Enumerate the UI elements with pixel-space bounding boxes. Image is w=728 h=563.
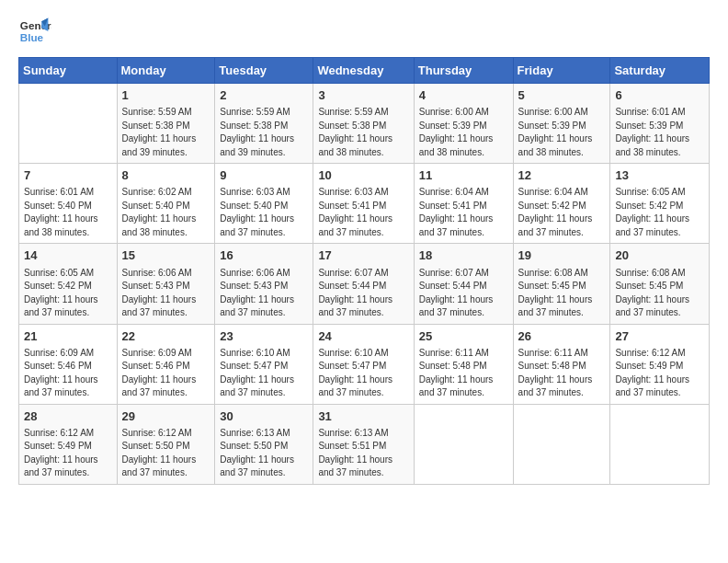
day-number: 9 [220,167,308,184]
day-number: 7 [24,167,112,184]
day-detail: Sunrise: 6:07 AM Sunset: 5:44 PM Dayligh… [419,267,508,320]
day-detail: Sunrise: 6:10 AM Sunset: 5:47 PM Dayligh… [318,347,408,400]
day-detail: Sunrise: 6:12 AM Sunset: 5:49 PM Dayligh… [615,347,704,400]
day-header-tuesday: Tuesday [215,58,313,84]
calendar-cell: 12Sunrise: 6:04 AM Sunset: 5:42 PM Dayli… [513,164,610,244]
day-number: 4 [419,87,508,104]
calendar-cell: 25Sunrise: 6:11 AM Sunset: 5:48 PM Dayli… [414,324,513,404]
day-number: 3 [318,87,408,104]
calendar-cell: 14Sunrise: 6:05 AM Sunset: 5:42 PM Dayli… [19,244,118,324]
day-detail: Sunrise: 6:12 AM Sunset: 5:50 PM Dayligh… [122,427,210,480]
day-number: 25 [419,328,508,345]
day-header-wednesday: Wednesday [313,58,414,84]
day-number: 31 [318,408,408,425]
day-number: 30 [220,408,308,425]
day-detail: Sunrise: 6:05 AM Sunset: 5:42 PM Dayligh… [615,186,704,239]
header: General Blue [18,15,710,48]
day-detail: Sunrise: 5:59 AM Sunset: 5:38 PM Dayligh… [220,106,308,159]
day-header-saturday: Saturday [610,58,710,84]
day-number: 18 [419,247,508,264]
day-number: 29 [122,408,210,425]
day-detail: Sunrise: 6:01 AM Sunset: 5:39 PM Dayligh… [615,106,704,159]
calendar-cell: 15Sunrise: 6:06 AM Sunset: 5:43 PM Dayli… [117,244,215,324]
calendar-cell: 30Sunrise: 6:13 AM Sunset: 5:50 PM Dayli… [215,404,313,484]
calendar-cell: 31Sunrise: 6:13 AM Sunset: 5:51 PM Dayli… [313,404,414,484]
day-number: 20 [615,247,704,264]
calendar-cell: 6Sunrise: 6:01 AM Sunset: 5:39 PM Daylig… [610,84,710,164]
calendar-cell: 28Sunrise: 6:12 AM Sunset: 5:49 PM Dayli… [19,404,118,484]
calendar-week-row: 28Sunrise: 6:12 AM Sunset: 5:49 PM Dayli… [19,404,710,484]
calendar-cell: 7Sunrise: 6:01 AM Sunset: 5:40 PM Daylig… [19,164,118,244]
day-detail: Sunrise: 5:59 AM Sunset: 5:38 PM Dayligh… [122,106,210,159]
day-detail: Sunrise: 6:11 AM Sunset: 5:48 PM Dayligh… [518,347,606,400]
calendar-cell: 22Sunrise: 6:09 AM Sunset: 5:46 PM Dayli… [117,324,215,404]
day-number: 22 [122,328,210,345]
calendar-cell: 29Sunrise: 6:12 AM Sunset: 5:50 PM Dayli… [117,404,215,484]
day-number: 1 [122,87,210,104]
day-number: 24 [318,328,408,345]
day-detail: Sunrise: 6:03 AM Sunset: 5:41 PM Dayligh… [318,186,408,239]
calendar-cell [513,404,610,484]
day-detail: Sunrise: 6:06 AM Sunset: 5:43 PM Dayligh… [122,267,210,320]
calendar-cell: 1Sunrise: 5:59 AM Sunset: 5:38 PM Daylig… [117,84,215,164]
calendar-cell: 3Sunrise: 5:59 AM Sunset: 5:38 PM Daylig… [313,84,414,164]
day-detail: Sunrise: 6:09 AM Sunset: 5:46 PM Dayligh… [24,347,112,400]
day-number: 14 [24,247,112,264]
day-number: 19 [518,247,606,264]
calendar-cell: 16Sunrise: 6:06 AM Sunset: 5:43 PM Dayli… [215,244,313,324]
calendar-cell: 13Sunrise: 6:05 AM Sunset: 5:42 PM Dayli… [610,164,710,244]
day-number: 17 [318,247,408,264]
calendar-cell: 23Sunrise: 6:10 AM Sunset: 5:47 PM Dayli… [215,324,313,404]
day-detail: Sunrise: 6:06 AM Sunset: 5:43 PM Dayligh… [220,267,308,320]
calendar-cell: 2Sunrise: 5:59 AM Sunset: 5:38 PM Daylig… [215,84,313,164]
calendar-cell: 8Sunrise: 6:02 AM Sunset: 5:40 PM Daylig… [117,164,215,244]
day-header-sunday: Sunday [19,58,118,84]
day-detail: Sunrise: 6:08 AM Sunset: 5:45 PM Dayligh… [615,267,704,320]
day-header-friday: Friday [513,58,610,84]
day-detail: Sunrise: 6:00 AM Sunset: 5:39 PM Dayligh… [518,106,606,159]
day-number: 12 [518,167,606,184]
day-number: 6 [615,87,704,104]
day-number: 15 [122,247,210,264]
day-detail: Sunrise: 6:09 AM Sunset: 5:46 PM Dayligh… [122,347,210,400]
calendar-week-row: 14Sunrise: 6:05 AM Sunset: 5:42 PM Dayli… [19,244,710,324]
calendar-table: SundayMondayTuesdayWednesdayThursdayFrid… [18,57,710,485]
day-number: 10 [318,167,408,184]
logo: General Blue [18,15,51,48]
calendar-header-row: SundayMondayTuesdayWednesdayThursdayFrid… [19,58,710,84]
day-number: 21 [24,328,112,345]
day-number: 16 [220,247,308,264]
calendar-cell: 9Sunrise: 6:03 AM Sunset: 5:40 PM Daylig… [215,164,313,244]
day-detail: Sunrise: 6:08 AM Sunset: 5:45 PM Dayligh… [518,267,606,320]
calendar-cell [414,404,513,484]
day-number: 27 [615,328,704,345]
day-detail: Sunrise: 6:00 AM Sunset: 5:39 PM Dayligh… [419,106,508,159]
calendar-cell: 26Sunrise: 6:11 AM Sunset: 5:48 PM Dayli… [513,324,610,404]
day-detail: Sunrise: 6:02 AM Sunset: 5:40 PM Dayligh… [122,186,210,239]
calendar-cell [610,404,710,484]
day-detail: Sunrise: 6:12 AM Sunset: 5:49 PM Dayligh… [24,427,112,480]
calendar-cell: 10Sunrise: 6:03 AM Sunset: 5:41 PM Dayli… [313,164,414,244]
day-header-thursday: Thursday [414,58,513,84]
calendar-cell: 20Sunrise: 6:08 AM Sunset: 5:45 PM Dayli… [610,244,710,324]
day-detail: Sunrise: 6:13 AM Sunset: 5:51 PM Dayligh… [318,427,408,480]
day-number: 28 [24,408,112,425]
day-detail: Sunrise: 6:03 AM Sunset: 5:40 PM Dayligh… [220,186,308,239]
calendar-week-row: 21Sunrise: 6:09 AM Sunset: 5:46 PM Dayli… [19,324,710,404]
calendar-cell: 24Sunrise: 6:10 AM Sunset: 5:47 PM Dayli… [313,324,414,404]
day-number: 13 [615,167,704,184]
day-detail: Sunrise: 5:59 AM Sunset: 5:38 PM Dayligh… [318,106,408,159]
svg-text:Blue: Blue [20,31,44,43]
day-header-monday: Monday [117,58,215,84]
day-detail: Sunrise: 6:11 AM Sunset: 5:48 PM Dayligh… [419,347,508,400]
calendar-cell: 27Sunrise: 6:12 AM Sunset: 5:49 PM Dayli… [610,324,710,404]
calendar-cell: 11Sunrise: 6:04 AM Sunset: 5:41 PM Dayli… [414,164,513,244]
calendar-cell: 5Sunrise: 6:00 AM Sunset: 5:39 PM Daylig… [513,84,610,164]
day-number: 11 [419,167,508,184]
day-detail: Sunrise: 6:13 AM Sunset: 5:50 PM Dayligh… [220,427,308,480]
day-detail: Sunrise: 6:04 AM Sunset: 5:42 PM Dayligh… [518,186,606,239]
calendar-cell: 4Sunrise: 6:00 AM Sunset: 5:39 PM Daylig… [414,84,513,164]
day-detail: Sunrise: 6:04 AM Sunset: 5:41 PM Dayligh… [419,186,508,239]
day-number: 2 [220,87,308,104]
day-detail: Sunrise: 6:07 AM Sunset: 5:44 PM Dayligh… [318,267,408,320]
